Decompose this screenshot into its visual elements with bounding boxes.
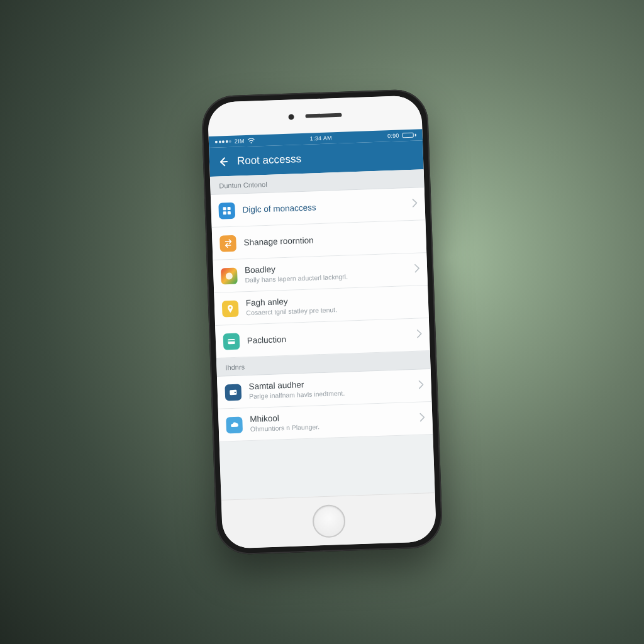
palette-icon	[221, 267, 238, 284]
chevron-right-icon	[418, 380, 424, 391]
svg-rect-1	[228, 206, 231, 209]
svg-rect-6	[228, 338, 235, 343]
signal-strength-icon	[215, 140, 231, 143]
settings-list[interactable]: Duntun Cntonol Diglc of monaccess Shanag…	[210, 169, 435, 500]
status-time: 1:34 AM	[310, 135, 332, 142]
back-button[interactable]	[216, 154, 231, 170]
pin-icon	[222, 300, 239, 317]
list-item-label: Pacluction	[247, 330, 409, 345]
chevron-right-icon	[412, 198, 418, 209]
page-title: Root accesss	[237, 153, 302, 168]
svg-rect-7	[228, 340, 235, 341]
list-item-label: Diglc of monaccess	[242, 199, 404, 214]
swap-icon	[219, 235, 236, 252]
home-button[interactable]	[312, 504, 346, 538]
cloud-icon	[226, 416, 243, 433]
phone-bezel: 2IM 1:34 AM 0:90 Root accesss Duntun Cnt…	[208, 95, 437, 548]
svg-rect-3	[228, 211, 231, 214]
list-item[interactable]: Mhikool Ohmuntiors n Plaunger.	[218, 402, 433, 442]
phone-frame: 2IM 1:34 AM 0:90 Root accesss Duntun Cnt…	[201, 89, 443, 555]
chevron-right-icon	[414, 264, 420, 275]
svg-rect-2	[223, 211, 226, 214]
chevron-right-icon	[416, 329, 422, 340]
svg-rect-0	[223, 207, 226, 210]
carrier-label: 2IM	[235, 138, 245, 145]
grid-icon	[218, 202, 235, 219]
earpiece-speaker	[305, 113, 341, 118]
list-item-label: Shanage roorntion	[243, 232, 418, 248]
battery-icon	[402, 133, 416, 138]
wifi-icon	[248, 138, 255, 143]
chevron-right-icon	[419, 413, 425, 424]
card-icon	[223, 333, 240, 350]
wallet-icon	[225, 384, 242, 401]
front-camera	[288, 114, 294, 119]
home-button-bar	[221, 492, 437, 549]
arrow-left-icon	[218, 156, 230, 168]
battery-text: 0:90	[387, 133, 399, 140]
svg-point-4	[226, 272, 233, 279]
